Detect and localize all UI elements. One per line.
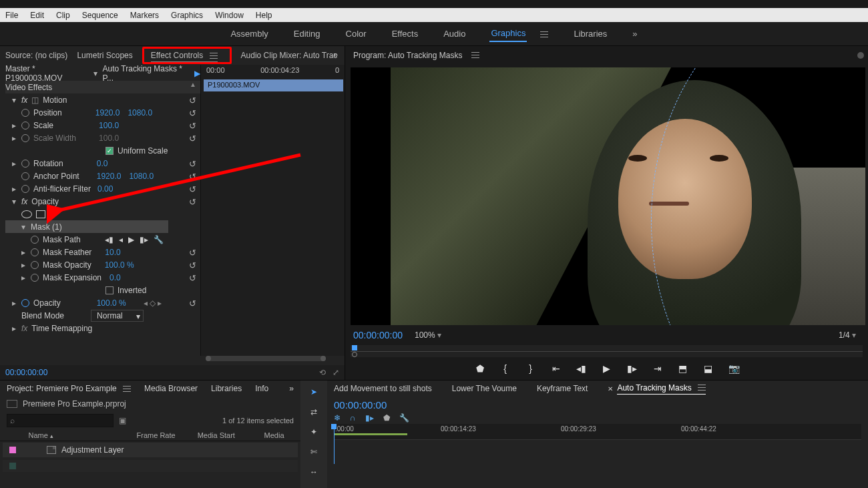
position-y[interactable]: 1080.0: [128, 108, 152, 117]
stopwatch-icon[interactable]: [21, 160, 29, 168]
source-tabs-overflow[interactable]: »: [333, 50, 338, 59]
uniform-scale-checkbox[interactable]: ✓: [105, 147, 114, 155]
ws-graphics[interactable]: Graphics: [489, 25, 527, 42]
project-overflow[interactable]: »: [289, 384, 294, 393]
mask-item[interactable]: Mask (1): [31, 222, 62, 232]
ws-assembly[interactable]: Assembly: [229, 26, 269, 41]
rotation-val[interactable]: 0.0: [97, 159, 108, 168]
ec-tool1-icon[interactable]: ⟲: [319, 368, 326, 377]
track-back-one-icon[interactable]: ◂▮: [105, 235, 114, 244]
program-ruler[interactable]: [351, 345, 863, 357]
menu-sequence[interactable]: Sequence: [82, 11, 118, 20]
zoom-dropdown[interactable]: 100% ▾: [415, 330, 441, 340]
in-point-icon[interactable]: {: [500, 363, 511, 374]
reset-icon[interactable]: ↺: [189, 159, 196, 170]
seq-tab-4[interactable]: Auto Tracking Masks: [617, 383, 706, 395]
menu-help[interactable]: Help: [256, 11, 272, 20]
stopwatch-icon[interactable]: [31, 248, 39, 256]
col-mediastart[interactable]: Media Start: [198, 431, 251, 439]
reset-icon[interactable]: ↺: [189, 134, 196, 145]
mask-expansion-val[interactable]: 0.0: [110, 273, 121, 282]
ws-editing[interactable]: Editing: [292, 26, 322, 41]
timeline-timecode[interactable]: 00:00:00:00: [334, 399, 387, 411]
inverted-checkbox[interactable]: ✓: [105, 286, 114, 294]
track-back-icon[interactable]: ◂: [119, 235, 123, 244]
tab-media-browser[interactable]: Media Browser: [144, 384, 198, 393]
ec-tool2-icon[interactable]: ⤢: [333, 368, 339, 377]
reset-icon[interactable]: ↺: [189, 172, 196, 183]
playhead-icon[interactable]: [352, 345, 357, 350]
filter-icon[interactable]: ▣: [119, 416, 126, 425]
track-select-icon[interactable]: ⇄: [310, 407, 317, 417]
ws-overflow[interactable]: »: [631, 26, 638, 41]
tab-lumetri[interactable]: Lumetri Scopes: [77, 51, 132, 60]
timeline-playhead[interactable]: [334, 424, 335, 464]
marker-add-icon[interactable]: ⬟: [475, 363, 485, 374]
blend-mode-dropdown[interactable]: Normal▾: [91, 310, 144, 322]
ws-effects[interactable]: Effects: [391, 26, 420, 41]
anchor-y[interactable]: 1080.0: [129, 172, 154, 181]
linked-sel-icon[interactable]: ∩: [350, 413, 356, 423]
col-name[interactable]: Name ▴: [28, 431, 123, 439]
col-framerate[interactable]: Frame Rate: [137, 431, 184, 439]
ec-mini-timeline[interactable]: 00:00 00:00:04:23 0 P1900003.MOV: [200, 65, 345, 356]
ws-options-icon[interactable]: [535, 27, 550, 40]
reset-icon[interactable]: ↺: [189, 273, 196, 284]
work-area[interactable]: [334, 433, 407, 435]
resolution-dropdown[interactable]: 1/4 ▾: [839, 330, 856, 340]
track-play-icon[interactable]: ▶: [128, 235, 134, 244]
mask-outline[interactable]: [651, 67, 865, 325]
ripple-edit-icon[interactable]: ✦: [310, 427, 317, 437]
tl-scroll-handle[interactable]: [857, 52, 864, 59]
mask-opacity-val[interactable]: 100.0 %: [105, 260, 134, 270]
stopwatch-icon[interactable]: [21, 172, 29, 180]
play-icon[interactable]: ▶: [602, 363, 612, 374]
program-viewport[interactable]: [351, 67, 865, 325]
opacity-val[interactable]: 100.0 %: [97, 298, 126, 308]
reset-icon[interactable]: ↺: [189, 260, 196, 272]
ec-timecode[interactable]: 00:00:00:00: [5, 368, 47, 377]
program-timecode[interactable]: 00:00:00:00: [353, 330, 403, 340]
out-point-icon[interactable]: }: [525, 363, 536, 374]
ec-clip-bar[interactable]: P1900003.MOV: [204, 79, 343, 91]
stopwatch-active-icon[interactable]: [21, 299, 29, 307]
lift-icon[interactable]: ⬒: [678, 363, 688, 374]
col-media[interactable]: Media: [264, 431, 294, 439]
aff-val[interactable]: 0.00: [97, 184, 113, 194]
pen-mask-icon[interactable]: ✎: [49, 210, 56, 219]
go-out-icon[interactable]: ⇥: [652, 363, 663, 374]
project-search-input[interactable]: [7, 414, 114, 427]
time-remapping[interactable]: Time Remapping: [31, 324, 92, 333]
ec-sequence-link[interactable]: Auto Tracking Masks * P...: [103, 64, 190, 83]
timeline-ruler[interactable]: :00:00 00:00:14:23 00:00:29:23 00:00:44:…: [334, 424, 861, 440]
reset-icon[interactable]: ↺: [189, 184, 196, 196]
opacity-effect[interactable]: Opacity: [31, 197, 59, 206]
selection-tool-icon[interactable]: ➤: [310, 387, 317, 397]
ellipse-mask-icon[interactable]: [21, 210, 32, 218]
panel-menu-icon[interactable]: [471, 52, 479, 59]
position-x[interactable]: 1920.0: [95, 108, 120, 117]
ec-scrollbar[interactable]: [206, 356, 326, 361]
reset-icon[interactable]: ↺: [189, 248, 196, 259]
menu-markers[interactable]: Markers: [130, 11, 159, 20]
tab-libraries[interactable]: Libraries: [211, 384, 242, 393]
track-wrench-icon[interactable]: 🔧: [154, 235, 164, 244]
tl-marker-icon[interactable]: ⬟: [383, 413, 390, 423]
project-row[interactable]: [3, 460, 298, 472]
reset-icon[interactable]: ↺: [189, 298, 196, 310]
tl-settings-icon[interactable]: 🔧: [399, 413, 409, 423]
menu-graphics[interactable]: Graphics: [171, 11, 203, 20]
ws-color[interactable]: Color: [345, 26, 368, 41]
reset-icon[interactable]: ↺: [189, 197, 196, 208]
stopwatch-icon[interactable]: [21, 185, 29, 193]
menu-file[interactable]: File: [5, 11, 18, 20]
export-frame-icon[interactable]: 📷: [728, 363, 739, 374]
stopwatch-icon[interactable]: [31, 236, 39, 244]
menu-window[interactable]: Window: [215, 11, 244, 20]
reset-icon[interactable]: ↺: [189, 121, 196, 132]
stopwatch-icon[interactable]: [31, 261, 39, 269]
razor-icon[interactable]: ✄: [310, 447, 317, 457]
close-tab-icon[interactable]: ✕: [608, 385, 613, 393]
slip-icon[interactable]: ↔: [310, 467, 318, 477]
tab-info[interactable]: Info: [255, 384, 268, 393]
